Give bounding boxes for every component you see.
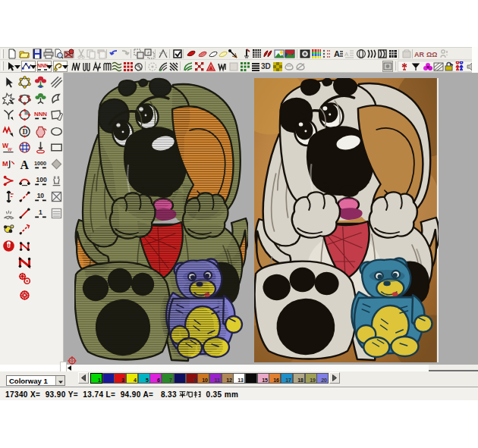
svg-text:ΩΩ: ΩΩ <box>426 51 437 58</box>
svg-text:AR: AR <box>414 51 424 58</box>
svg-text:A: A <box>20 158 29 171</box>
svg-text:A: A <box>344 51 349 58</box>
svg-text:1: 1 <box>39 208 42 216</box>
svg-text:100: 100 <box>36 176 46 183</box>
svg-text:NNN: NNN <box>34 111 47 117</box>
svg-text:A: A <box>334 49 340 58</box>
svg-text:10: 10 <box>37 192 45 199</box>
svg-text:1000: 1000 <box>34 160 46 167</box>
svg-text:M: M <box>2 160 8 168</box>
svg-text:D: D <box>22 127 27 136</box>
